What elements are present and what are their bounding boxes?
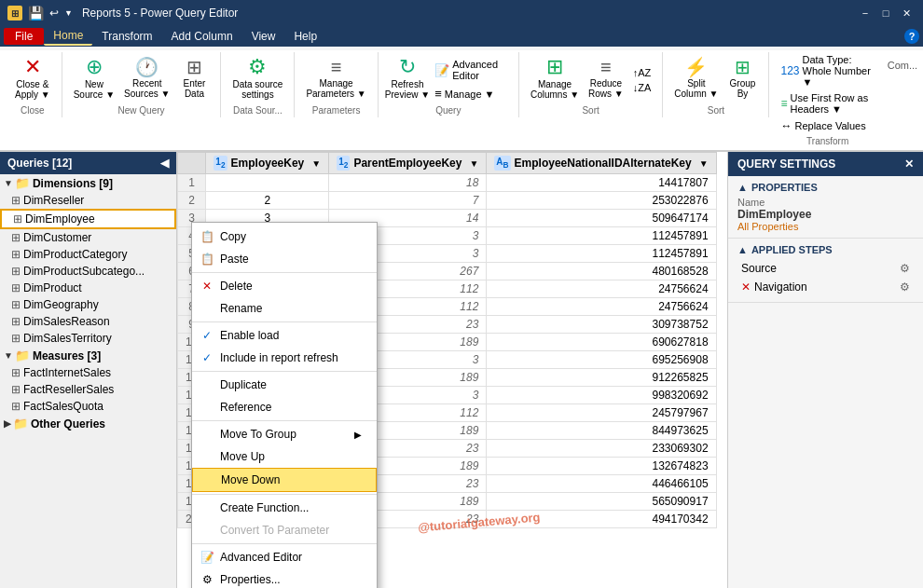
new-source-button[interactable]: ⊕ NewSource ▼ <box>70 54 118 103</box>
copy-icon: 📋 <box>200 229 214 244</box>
ctx-move-down[interactable]: Move Down <box>192 468 377 492</box>
manage-button[interactable]: ≡ Manage ▼ <box>431 85 511 103</box>
ctx-move-to-group[interactable]: Move To Group ▶ <box>192 423 377 445</box>
menu-file[interactable]: File <box>4 28 44 45</box>
split-column-button[interactable]: ⚡ SplitColumn ▼ <box>670 55 722 102</box>
datasource-settings-label: Data sourcesettings <box>232 79 282 100</box>
step-navigation-gear-icon[interactable]: ⚙ <box>900 280 910 294</box>
ctx-rename-label: Rename <box>220 302 262 315</box>
ctx-include-refresh[interactable]: ✓ Include in report refresh <box>192 347 377 369</box>
ctx-advanced-editor[interactable]: 📝 Advanced Editor <box>192 546 377 568</box>
sidebar-item-dimcustomer[interactable]: ⊞ DimCustomer <box>0 229 176 246</box>
quick-access-save[interactable]: 💾 <box>28 6 44 21</box>
menu-add-column[interactable]: Add Column <box>162 28 242 45</box>
parentemployeekey-label: ParentEmployeeKey <box>353 157 462 170</box>
query-settings-close-btn[interactable]: ✕ <box>904 157 914 171</box>
sidebar-item-dimproductsubcategory-label: DimProductSubcatego... <box>23 265 145 278</box>
menu-help[interactable]: Help <box>284 28 326 45</box>
parentemployeekey-filter-icon[interactable]: ▼ <box>469 158 478 169</box>
close-button[interactable]: ✕ <box>897 6 916 21</box>
sort-asc-icon: ↑AZ <box>633 67 652 78</box>
menu-view[interactable]: View <box>242 28 285 45</box>
datasource-settings-button[interactable]: ⚙ Data sourcesettings <box>228 54 286 103</box>
replace-values-button[interactable]: ↔ Replace Values <box>777 117 877 134</box>
sidebar-item-dimemployee-label: DimEmployee <box>25 212 95 226</box>
help-icon[interactable]: ? <box>904 29 919 44</box>
ctx-duplicate[interactable]: Duplicate <box>192 374 377 396</box>
table-row: 2 2 7 253022876 <box>178 192 717 210</box>
applied-steps-collapse-icon[interactable]: ▲ <box>737 244 748 255</box>
step-source[interactable]: Source ⚙ <box>737 259 914 278</box>
manage-columns-button[interactable]: ⊞ ManageColumns ▼ <box>527 54 583 103</box>
recent-sources-button[interactable]: 🕐 RecentSources ▼ <box>120 55 173 102</box>
include-refresh-check-icon: ✓ <box>200 350 214 365</box>
ctx-reference[interactable]: Reference <box>192 396 377 418</box>
ctx-copy[interactable]: 📋 Copy <box>192 226 377 248</box>
maximize-button[interactable]: □ <box>876 6 895 21</box>
properties-collapse-icon[interactable]: ▲ <box>737 182 748 193</box>
sidebar-item-dimreseller[interactable]: ⊞ DimReseller <box>0 192 176 209</box>
group-other-queries[interactable]: ▶ 📁 Other Queries <box>0 415 176 432</box>
ribbon-group-query: ↻ RefreshPreview ▼ 📝 Advanced Editor ≡ M… <box>379 52 519 117</box>
ctx-rename[interactable]: Rename <box>192 297 377 320</box>
ctx-enable-load[interactable]: ✓ Enable load <box>192 324 377 347</box>
step-navigation-label: Navigation <box>754 280 807 294</box>
ribbon-group-datasource-items: ⚙ Data sourcesettings <box>228 52 286 103</box>
properties-section-title: ▲ PROPERTIES <box>737 182 914 193</box>
group-by-label: GroupBy <box>730 78 756 99</box>
sidebar-item-factsalesquota[interactable]: ⊞ FactSalesQuota <box>0 398 176 415</box>
sidebar-item-dimsalesterritory[interactable]: ⊞ DimSalesTerritory <box>0 330 176 347</box>
query-settings-header: QUERY SETTINGS ✕ <box>728 152 923 176</box>
refresh-preview-button[interactable]: ↻ RefreshPreview ▼ <box>386 54 429 103</box>
data-type-button[interactable]: 123 Data Type: Whole Number ▼ <box>777 52 877 89</box>
col-parentemployeekey-header[interactable]: 12 ParentEmployeeKey ▼ <box>329 153 487 174</box>
step-source-gear-icon[interactable]: ⚙ <box>900 262 910 275</box>
sort-desc-button[interactable]: ↓ZA <box>629 80 655 95</box>
table-dimsalesreason-icon: ⊞ <box>11 315 21 328</box>
sidebar-item-factresellersales[interactable]: ⊞ FactResellerSales <box>0 381 176 398</box>
sidebar-item-dimsalesreason[interactable]: ⊞ DimSalesReason <box>0 313 176 330</box>
ctx-delete[interactable]: ✕ Delete <box>192 275 377 297</box>
manage-params-button[interactable]: ≡ ManageParameters ▼ <box>302 55 369 102</box>
close-apply-button[interactable]: ✕ Close &Apply ▼ <box>11 54 54 103</box>
advanced-editor-icon: 📝 <box>434 63 449 77</box>
cell-employeenationalid: 998320692 <box>487 387 716 404</box>
sidebar-item-dimproduct[interactable]: ⊞ DimProduct <box>0 280 176 296</box>
menu-transform[interactable]: Transform <box>92 28 161 45</box>
col-employeekey-header[interactable]: 12 EmployeeKey ▼ <box>206 153 329 174</box>
sidebar-item-dimgeography[interactable]: ⊞ DimGeography <box>0 296 176 313</box>
new-source-icon: ⊕ <box>86 57 103 77</box>
group-measures[interactable]: ▼ 📁 Measures [3] <box>0 347 176 364</box>
employeekey-filter-icon[interactable]: ▼ <box>311 158 321 169</box>
quick-access-undo[interactable]: ↩ <box>49 7 59 20</box>
minimize-button[interactable]: − <box>856 6 875 21</box>
col-employeenationalid-header[interactable]: AB EmployeeNationalIDAlternateKey ▼ <box>487 153 716 174</box>
split-column-icon: ⚡ <box>684 58 708 76</box>
folder-other-icon: 📁 <box>13 417 28 431</box>
sidebar-item-dimproductcategory[interactable]: ⊞ DimProductCategory <box>0 246 176 263</box>
row-number: 2 <box>178 192 206 210</box>
ctx-paste[interactable]: 📋 Paste <box>192 248 377 270</box>
enable-load-check-icon: ✓ <box>200 328 214 343</box>
sidebar-item-dimproductsubcategory[interactable]: ⊞ DimProductSubcatego... <box>0 263 176 280</box>
reduce-rows-button[interactable]: ≡ ReduceRows ▼ <box>585 55 627 102</box>
ctx-properties[interactable]: ⚙ Properties... <box>192 568 377 588</box>
ctx-create-function[interactable]: Create Function... <box>192 497 377 519</box>
ctx-move-up[interactable]: Move Up <box>192 445 377 468</box>
step-navigation[interactable]: ✕ Navigation ⚙ <box>737 278 914 296</box>
group-by-button[interactable]: ⊞ GroupBy <box>723 55 761 102</box>
group-dimensions[interactable]: ▼ 📁 Dimensions [9] <box>0 174 176 192</box>
sidebar-item-factinternetsales[interactable]: ⊞ FactInternetSales <box>0 364 176 381</box>
use-first-row-button[interactable]: ≡ Use First Row as Headers ▼ <box>777 90 877 116</box>
sidebar-item-dimemployee[interactable]: ⊞ DimEmployee <box>0 209 176 229</box>
employeenationalid-filter-icon[interactable]: ▼ <box>699 158 709 169</box>
sort-asc-button[interactable]: ↑AZ <box>629 65 655 80</box>
all-properties-link[interactable]: All Properties <box>737 221 914 232</box>
sidebar: Queries [12] ◀ ▼ 📁 Dimensions [9] ⊞ DimR… <box>0 152 177 588</box>
quick-access-dropdown[interactable]: ▼ <box>64 8 73 18</box>
advanced-editor-button[interactable]: 📝 Advanced Editor <box>431 57 511 83</box>
menu-home[interactable]: Home <box>44 27 92 46</box>
sidebar-collapse-btn[interactable]: ◀ <box>160 157 169 170</box>
use-first-row-icon: ≡ <box>780 97 787 110</box>
enter-data-button[interactable]: ⊞ EnterData <box>175 55 213 102</box>
